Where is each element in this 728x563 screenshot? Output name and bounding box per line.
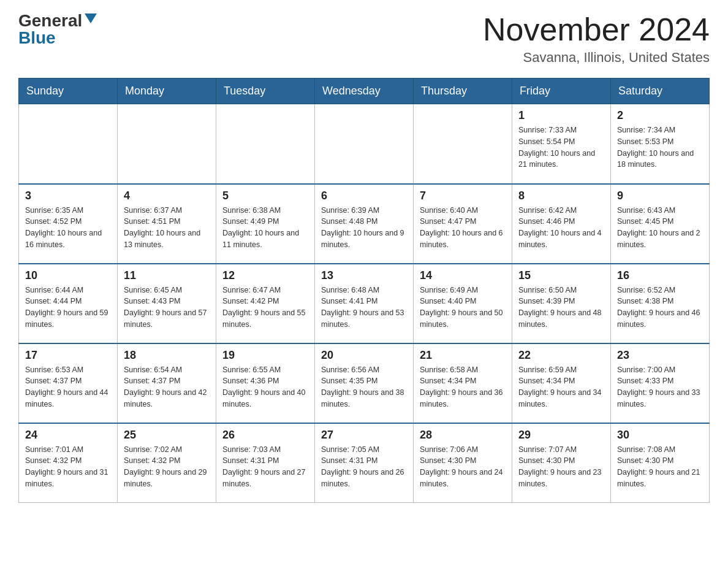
day-number: 6 bbox=[321, 190, 407, 202]
calendar-week-row: 1Sunrise: 7:33 AMSunset: 5:54 PMDaylight… bbox=[19, 104, 710, 184]
day-info: Sunrise: 6:56 AMSunset: 4:35 PMDaylight:… bbox=[321, 364, 407, 410]
day-number: 27 bbox=[321, 429, 407, 442]
calendar-table: SundayMondayTuesdayWednesdayThursdayFrid… bbox=[18, 78, 710, 503]
calendar-cell: 12Sunrise: 6:47 AMSunset: 4:42 PMDayligh… bbox=[216, 264, 315, 343]
day-info: Sunrise: 6:54 AMSunset: 4:37 PMDaylight:… bbox=[124, 364, 210, 410]
calendar-week-row: 10Sunrise: 6:44 AMSunset: 4:44 PMDayligh… bbox=[19, 264, 710, 343]
day-info: Sunrise: 6:39 AMSunset: 4:48 PMDaylight:… bbox=[321, 205, 407, 251]
day-info: Sunrise: 7:34 AMSunset: 5:53 PMDaylight:… bbox=[617, 124, 703, 170]
day-number: 14 bbox=[420, 269, 506, 282]
day-number: 22 bbox=[518, 349, 604, 362]
calendar-header-row: SundayMondayTuesdayWednesdayThursdayFrid… bbox=[19, 79, 710, 104]
day-number: 12 bbox=[222, 269, 308, 282]
day-info: Sunrise: 6:55 AMSunset: 4:36 PMDaylight:… bbox=[222, 364, 308, 410]
calendar-cell: 24Sunrise: 7:01 AMSunset: 4:32 PMDayligh… bbox=[19, 423, 118, 503]
calendar-cell: 2Sunrise: 7:34 AMSunset: 5:53 PMDaylight… bbox=[611, 104, 710, 184]
day-info: Sunrise: 6:49 AMSunset: 4:40 PMDaylight:… bbox=[420, 285, 506, 331]
day-info: Sunrise: 6:35 AMSunset: 4:52 PMDaylight:… bbox=[25, 205, 111, 251]
day-number: 7 bbox=[420, 190, 506, 202]
calendar-cell bbox=[315, 104, 414, 184]
calendar-header-monday: Monday bbox=[118, 79, 216, 104]
calendar-cell bbox=[216, 104, 315, 184]
day-number: 29 bbox=[518, 429, 604, 442]
day-info: Sunrise: 7:03 AMSunset: 4:31 PMDaylight:… bbox=[222, 444, 308, 490]
calendar-cell: 10Sunrise: 6:44 AMSunset: 4:44 PMDayligh… bbox=[19, 264, 118, 343]
calendar-cell: 21Sunrise: 6:58 AMSunset: 4:34 PMDayligh… bbox=[414, 343, 512, 423]
calendar-cell: 8Sunrise: 6:42 AMSunset: 4:46 PMDaylight… bbox=[512, 184, 611, 264]
calendar-cell: 22Sunrise: 6:59 AMSunset: 4:34 PMDayligh… bbox=[512, 343, 611, 423]
calendar-header-thursday: Thursday bbox=[414, 79, 512, 104]
calendar-week-row: 3Sunrise: 6:35 AMSunset: 4:52 PMDaylight… bbox=[19, 184, 710, 264]
day-number: 10 bbox=[25, 269, 111, 282]
calendar-cell: 15Sunrise: 6:50 AMSunset: 4:39 PMDayligh… bbox=[512, 264, 611, 343]
day-info: Sunrise: 6:53 AMSunset: 4:37 PMDaylight:… bbox=[25, 364, 111, 410]
day-number: 21 bbox=[420, 349, 506, 362]
logo-general-text: General bbox=[18, 12, 82, 29]
day-number: 30 bbox=[617, 429, 703, 442]
day-number: 18 bbox=[124, 349, 210, 362]
calendar-cell: 6Sunrise: 6:39 AMSunset: 4:48 PMDaylight… bbox=[315, 184, 414, 264]
calendar-header-friday: Friday bbox=[512, 79, 611, 104]
calendar-header-wednesday: Wednesday bbox=[315, 79, 414, 104]
calendar-cell: 7Sunrise: 6:40 AMSunset: 4:47 PMDaylight… bbox=[414, 184, 512, 264]
day-number: 28 bbox=[420, 429, 506, 442]
day-number: 13 bbox=[321, 269, 407, 282]
title-block: November 2024 Savanna, Illinois, United … bbox=[483, 12, 710, 66]
day-info: Sunrise: 7:00 AMSunset: 4:33 PMDaylight:… bbox=[617, 364, 703, 410]
calendar-cell: 14Sunrise: 6:49 AMSunset: 4:40 PMDayligh… bbox=[414, 264, 512, 343]
calendar-cell: 20Sunrise: 6:56 AMSunset: 4:35 PMDayligh… bbox=[315, 343, 414, 423]
calendar-cell bbox=[414, 104, 512, 184]
day-number: 25 bbox=[124, 429, 210, 442]
day-info: Sunrise: 7:33 AMSunset: 5:54 PMDaylight:… bbox=[518, 124, 604, 170]
calendar-cell: 27Sunrise: 7:05 AMSunset: 4:31 PMDayligh… bbox=[315, 423, 414, 503]
calendar-header-saturday: Saturday bbox=[611, 79, 710, 104]
calendar-cell: 18Sunrise: 6:54 AMSunset: 4:37 PMDayligh… bbox=[118, 343, 216, 423]
day-info: Sunrise: 7:08 AMSunset: 4:30 PMDaylight:… bbox=[617, 444, 703, 490]
day-number: 3 bbox=[25, 190, 111, 202]
day-info: Sunrise: 6:37 AMSunset: 4:51 PMDaylight:… bbox=[124, 205, 210, 251]
calendar-cell bbox=[19, 104, 118, 184]
day-number: 26 bbox=[222, 429, 308, 442]
day-info: Sunrise: 6:43 AMSunset: 4:45 PMDaylight:… bbox=[617, 205, 703, 251]
calendar-cell: 5Sunrise: 6:38 AMSunset: 4:49 PMDaylight… bbox=[216, 184, 315, 264]
logo-triangle-icon bbox=[85, 13, 97, 23]
day-info: Sunrise: 7:06 AMSunset: 4:30 PMDaylight:… bbox=[420, 444, 506, 490]
day-number: 8 bbox=[518, 190, 604, 202]
day-info: Sunrise: 7:02 AMSunset: 4:32 PMDaylight:… bbox=[124, 444, 210, 490]
day-info: Sunrise: 6:58 AMSunset: 4:34 PMDaylight:… bbox=[420, 364, 506, 410]
calendar-cell: 4Sunrise: 6:37 AMSunset: 4:51 PMDaylight… bbox=[118, 184, 216, 264]
day-info: Sunrise: 6:42 AMSunset: 4:46 PMDaylight:… bbox=[518, 205, 604, 251]
calendar-cell: 11Sunrise: 6:45 AMSunset: 4:43 PMDayligh… bbox=[118, 264, 216, 343]
calendar-cell: 25Sunrise: 7:02 AMSunset: 4:32 PMDayligh… bbox=[118, 423, 216, 503]
day-info: Sunrise: 6:38 AMSunset: 4:49 PMDaylight:… bbox=[222, 205, 308, 251]
day-number: 11 bbox=[124, 269, 210, 282]
calendar-cell: 1Sunrise: 7:33 AMSunset: 5:54 PMDaylight… bbox=[512, 104, 611, 184]
calendar-cell: 19Sunrise: 6:55 AMSunset: 4:36 PMDayligh… bbox=[216, 343, 315, 423]
day-number: 20 bbox=[321, 349, 407, 362]
location-title: Savanna, Illinois, United States bbox=[483, 50, 710, 66]
calendar-cell: 29Sunrise: 7:07 AMSunset: 4:30 PMDayligh… bbox=[512, 423, 611, 503]
day-info: Sunrise: 6:45 AMSunset: 4:43 PMDaylight:… bbox=[124, 285, 210, 331]
day-number: 15 bbox=[518, 269, 604, 282]
day-number: 19 bbox=[222, 349, 308, 362]
day-number: 5 bbox=[222, 190, 308, 202]
month-title: November 2024 bbox=[483, 12, 710, 47]
calendar-week-row: 24Sunrise: 7:01 AMSunset: 4:32 PMDayligh… bbox=[19, 423, 710, 503]
day-info: Sunrise: 6:48 AMSunset: 4:41 PMDaylight:… bbox=[321, 285, 407, 331]
day-number: 1 bbox=[518, 109, 604, 122]
calendar-week-row: 17Sunrise: 6:53 AMSunset: 4:37 PMDayligh… bbox=[19, 343, 710, 423]
calendar-cell: 26Sunrise: 7:03 AMSunset: 4:31 PMDayligh… bbox=[216, 423, 315, 503]
day-info: Sunrise: 6:44 AMSunset: 4:44 PMDaylight:… bbox=[25, 285, 111, 331]
calendar-cell bbox=[118, 104, 216, 184]
calendar-header-tuesday: Tuesday bbox=[216, 79, 315, 104]
day-info: Sunrise: 7:07 AMSunset: 4:30 PMDaylight:… bbox=[518, 444, 604, 490]
calendar-cell: 30Sunrise: 7:08 AMSunset: 4:30 PMDayligh… bbox=[611, 423, 710, 503]
day-number: 16 bbox=[617, 269, 703, 282]
calendar-cell: 16Sunrise: 6:52 AMSunset: 4:38 PMDayligh… bbox=[611, 264, 710, 343]
calendar-header-sunday: Sunday bbox=[19, 79, 118, 104]
calendar-cell: 13Sunrise: 6:48 AMSunset: 4:41 PMDayligh… bbox=[315, 264, 414, 343]
page-header: General Blue November 2024 Savanna, Illi… bbox=[18, 12, 710, 66]
day-info: Sunrise: 6:50 AMSunset: 4:39 PMDaylight:… bbox=[518, 285, 604, 331]
day-info: Sunrise: 6:52 AMSunset: 4:38 PMDaylight:… bbox=[617, 285, 703, 331]
day-number: 9 bbox=[617, 190, 703, 202]
